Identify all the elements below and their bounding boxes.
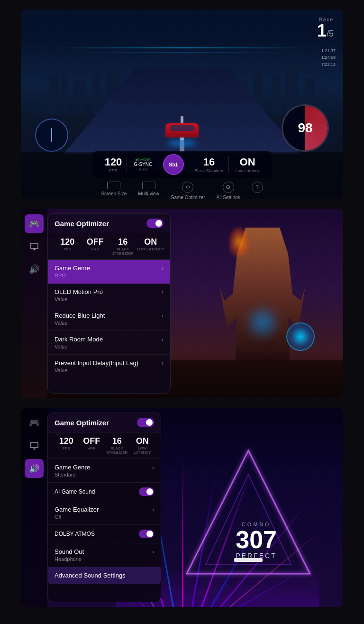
advanced-sound-row: Advanced Sound Settings — [55, 572, 154, 579]
menu-item-blue-title: Reduce Blue Light — [55, 312, 105, 319]
ai-sound-item[interactable]: AI Game Sound — [48, 483, 161, 501]
all-settings-label: All Settings — [217, 195, 240, 200]
position-display: 1 /5 — [317, 22, 334, 39]
speedometer: 98 — [282, 104, 329, 152]
multi-view-action[interactable]: Multi-view — [138, 182, 159, 200]
sound-fps-label: FPS — [54, 446, 79, 450]
display-icon-2 — [29, 441, 39, 450]
menu-item-input-value: Value — [55, 367, 164, 373]
equalizer-row: Game Equalizer › — [55, 506, 154, 513]
screen-size-icon — [107, 182, 120, 189]
menu-item-dark-room[interactable]: Dark Room Mode › Value — [48, 331, 170, 355]
sound-genre-item[interactable]: Game Genre › Standard — [48, 459, 161, 483]
power-toggle[interactable] — [146, 219, 164, 228]
hud-actions-row: Screen Size Multi-view ⚙ Game Optimizer … — [101, 182, 263, 200]
advanced-sound-item[interactable]: Advanced Sound Settings — [48, 567, 161, 584]
chevron-icon: › — [162, 360, 164, 367]
stat-fps: 120 FPS — [54, 237, 82, 256]
stat-vrr-label: VRR — [82, 247, 109, 251]
game-optimizer-action[interactable]: ⚙ Game Optimizer — [171, 182, 205, 200]
chevron-icon: › — [162, 336, 164, 343]
svg-rect-5 — [30, 442, 38, 448]
equalizer-item[interactable]: Game Equalizer › Off — [48, 501, 161, 525]
menu-item-input-row: Prevent Input Delay(Input Lag) › — [55, 359, 164, 367]
hud-overlay: 120 FPS ■NVIDIA G-SYNC VRR Std. 16 Black… — [21, 152, 343, 199]
sound-vrr-label: VRR — [79, 446, 105, 450]
steering-circle — [35, 119, 68, 152]
stat-vrr-val: OFF — [82, 237, 109, 247]
fps-label: FPS — [105, 168, 122, 173]
toggle-knob — [155, 220, 162, 227]
std-badge: Std. — [163, 154, 184, 175]
advanced-sound-title: Advanced Sound Settings — [55, 572, 126, 579]
sound-bs-val: 16 — [104, 436, 130, 446]
sidebar3-icon-controller[interactable]: 🎮 — [25, 413, 44, 432]
sound-out-item[interactable]: Sound Out › Headphone — [48, 543, 161, 567]
sidebar-icon-display[interactable] — [25, 237, 44, 256]
sound-out-title: Sound Out — [55, 548, 84, 555]
lap-times: 1:21:37 1:24:59 7:23:13 — [321, 47, 336, 68]
dolby-item[interactable]: DOLBY ATMOS — [48, 525, 161, 543]
sound-stat-fps: 120 FPS — [54, 436, 79, 455]
bs-label: Black Stabilizer — [194, 168, 224, 173]
score-result: PERFECT — [236, 552, 277, 560]
menu-item-blue-row: Reduce Blue Light › — [55, 312, 164, 319]
help-icon: ? — [252, 182, 263, 193]
menu-stats: 120 FPS OFF VRR 16 Black Stabilizer ON L… — [48, 233, 170, 260]
ll-label: Low Latency — [236, 168, 260, 173]
tunnel-glow — [59, 47, 305, 48]
menu-item-dark-row: Dark Room Mode › — [55, 336, 164, 343]
multi-view-label: Multi-view — [138, 191, 159, 196]
fire-effect — [229, 228, 248, 256]
menu-item-input-delay[interactable]: Prevent Input Delay(Input Lag) › Value — [48, 355, 170, 378]
menu-title: Game Optimizer — [55, 220, 109, 228]
menu-item-oled-title: OLED Motion Pro — [55, 288, 103, 295]
neon-glow — [244, 303, 282, 341]
sound-menu-stats: 120 FPS OFF VRR 16 Black Stabilizer ON L… — [48, 432, 161, 459]
car-underglow — [168, 140, 196, 146]
ai-sound-toggle[interactable] — [139, 487, 154, 496]
chevron-icon: › — [152, 506, 154, 513]
sidebar3-icon-display[interactable] — [25, 436, 44, 455]
sidebar-icon-controller[interactable]: 🎮 — [25, 214, 44, 233]
menu-item-dark-value: Value — [55, 344, 164, 349]
stat-bs-label: Black Stabilizer — [109, 247, 137, 256]
menu-item-genre[interactable]: Game Genre › RPG — [48, 260, 170, 284]
menu-item-blue-light[interactable]: Reduce Blue Light › Value — [48, 307, 170, 331]
screen-size-action[interactable]: Screen Size — [101, 182, 127, 200]
sound-power-toggle[interactable] — [137, 418, 154, 427]
help-action[interactable]: ? — [252, 182, 263, 200]
low-latency-stat: ON Low Latency — [231, 156, 264, 173]
score-display: COMBO 307 PERFECT — [236, 522, 277, 560]
ai-sound-knob — [146, 488, 153, 495]
speed-value: 98 — [298, 120, 312, 136]
sound-ll-label: Low Latency — [130, 446, 155, 455]
sidebar3-icon-sound[interactable]: 🔊 — [25, 459, 44, 478]
screen-size-label: Screen Size — [101, 191, 127, 196]
sound-menu: Game Optimizer 120 FPS OFF VRR 16 Black … — [47, 413, 161, 602]
speed-circle: 98 — [282, 104, 329, 152]
menu-item-oled[interactable]: OLED Motion Pro › Value — [48, 284, 170, 307]
sound-menu-title: Game Optimizer — [55, 419, 109, 427]
svg-rect-0 — [30, 243, 38, 248]
sidebar-icon-sound[interactable]: 🔊 — [25, 260, 44, 279]
dolby-title: DOLBY ATMOS — [55, 531, 95, 537]
energy-orb — [286, 322, 315, 351]
car-windshield — [170, 125, 194, 131]
optimizer-visual-panel: 🎮 🔊 Game Optimizer 120 FPS OFF — [21, 209, 343, 398]
display-icon — [29, 242, 39, 251]
dolby-toggle[interactable] — [139, 530, 154, 538]
menu-item-input-title: Prevent Input Delay(Input Lag) — [55, 359, 138, 367]
std-label: Std. — [169, 162, 179, 167]
stat-fps-label: FPS — [54, 247, 82, 251]
sound-out-value: Headphone — [55, 556, 154, 562]
all-settings-icon: ⚙ — [223, 182, 234, 193]
lap-time-1: 1:21:37 — [321, 47, 336, 54]
gsync-logo: ■NVIDIA — [134, 157, 152, 162]
all-settings-action[interactable]: ⚙ All Settings — [217, 182, 240, 200]
menu-header: Game Optimizer — [48, 214, 170, 233]
stat-ll: ON Low Latency — [137, 237, 165, 256]
chevron-icon: › — [162, 312, 164, 319]
multi-view-icon — [142, 182, 155, 189]
building — [49, 76, 59, 114]
